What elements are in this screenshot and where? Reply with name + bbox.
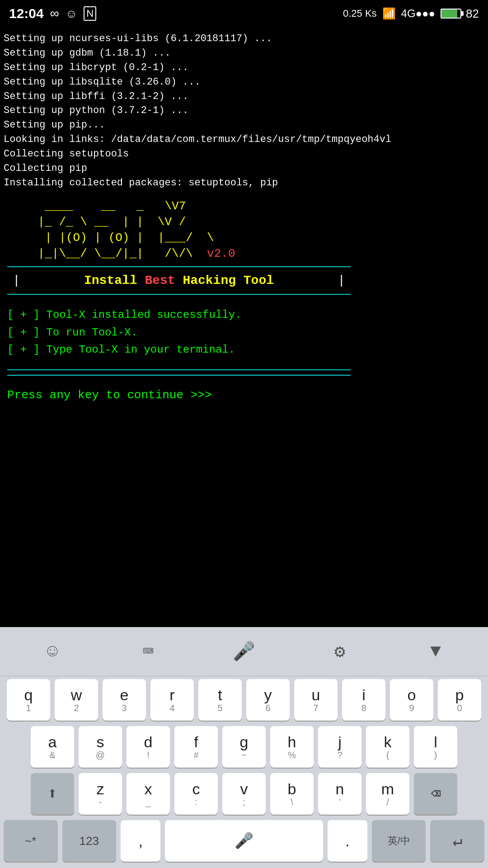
term-line-11: Installing collected packages: setuptool… <box>4 176 484 190</box>
bottom-divider-section <box>4 362 484 376</box>
press-any-key-text: Press any key to continue >>> <box>7 388 211 402</box>
mic-button-toolbar[interactable]: 🎤 <box>226 633 262 670</box>
key-x[interactable]: x_ <box>127 773 170 815</box>
speed-display: 0.25 Ks <box>343 8 377 19</box>
keyboard-row-1: q1 w2 e3 r4 t5 y6 u7 i8 o9 p0 <box>0 676 488 723</box>
key-h[interactable]: h% <box>270 726 314 768</box>
term-line-3: Setting up libcrypt (0.2-1) ... <box>4 61 484 75</box>
signal-icon: 4G●●● <box>401 7 436 20</box>
news-icon: N <box>84 6 96 21</box>
time-display: 12:04 <box>9 6 44 21</box>
press-key-section: Press any key to continue >>> <box>4 380 484 406</box>
pipe-right: | <box>332 274 351 288</box>
language-key[interactable]: 英/中 <box>372 820 426 862</box>
key-m[interactable]: m/ <box>366 773 409 815</box>
success-line-3: [ + ] Type Tool-X in your terminal. <box>7 341 481 359</box>
key-d[interactable]: d! <box>127 726 170 768</box>
bottom-divider <box>7 294 351 295</box>
term-line-5: Setting up libffi (3.2.1-2) ... <box>4 90 484 104</box>
top-divider <box>7 266 351 267</box>
ascii-line-3: | |(O) | (O) | |___/ \ <box>31 230 484 246</box>
term-line-2: Setting up gdbm (1.18.1) ... <box>4 46 484 61</box>
key-j[interactable]: j? <box>318 726 361 768</box>
special-chars-key[interactable]: ~* <box>4 820 58 862</box>
key-e[interactable]: e3 <box>103 679 146 721</box>
version-label: v2.0 <box>207 247 235 260</box>
enter-key[interactable]: ↵ <box>430 820 484 862</box>
ascii-line-1: ____ __ _ \V7 <box>31 198 484 214</box>
key-i[interactable]: i8 <box>342 679 385 721</box>
key-q[interactable]: q1 <box>7 679 50 721</box>
key-s[interactable]: s@ <box>79 726 122 768</box>
install-banner: | Install Best Hacking Tool | <box>7 272 351 289</box>
keyboard-button[interactable]: ⌨ <box>130 633 166 670</box>
key-v[interactable]: v; <box>222 773 266 815</box>
comma-key[interactable]: , <box>121 820 160 862</box>
term-line-7: Setting up pip... <box>4 118 484 132</box>
key-k[interactable]: k( <box>366 726 409 768</box>
divider-bottom-2 <box>7 375 351 376</box>
status-right: 0.25 Ks 📶 4G●●● 82 <box>343 7 479 21</box>
term-line-1: Setting up ncurses-ui-libs (6.1.20181117… <box>4 32 484 46</box>
face-icon: ☺ <box>66 7 78 21</box>
key-z[interactable]: z- <box>79 773 122 815</box>
divider-bottom-1 <box>7 369 351 370</box>
key-o[interactable]: o9 <box>390 679 433 721</box>
emoji-button[interactable]: ☺ <box>34 633 70 670</box>
keyboard-row-3: ⬆ z- x_ c: v; b\ n' m/ ⌫ <box>0 770 488 817</box>
term-line-4: Setting up libsqlite (3.26.0) ... <box>4 75 484 90</box>
term-line-8: Looking in links: /data/data/com.termux/… <box>4 132 484 147</box>
key-y[interactable]: y6 <box>246 679 290 721</box>
success-area: [ + ] Tool-X installed successfully. [ +… <box>4 299 484 362</box>
backspace-key[interactable]: ⌫ <box>414 773 457 815</box>
ascii-art-block: ____ __ _ \V7 |_ /_ \ __ | | \V / | |(O)… <box>31 198 484 262</box>
space-key[interactable]: 🎤 <box>165 820 323 862</box>
status-left: 12:04 ∞ ☺ N <box>9 6 96 21</box>
keyboard-toolbar: ☺ ⌨ 🎤 ⚙ ▼ <box>0 627 488 676</box>
term-line-9: Collecting setuptools <box>4 147 484 161</box>
ascii-line-4: |_|\__/ \__/|_| /\/\ v2.0 <box>31 246 484 262</box>
period-key[interactable]: . <box>328 820 367 862</box>
success-line-2: [ + ] To run Tool-X. <box>7 324 481 341</box>
banner-section: | Install Best Hacking Tool | <box>4 266 484 295</box>
key-u[interactable]: u7 <box>294 679 338 721</box>
battery-level: 82 <box>466 7 479 21</box>
wifi-icon: 📶 <box>382 7 396 20</box>
key-l[interactable]: l) <box>414 726 457 768</box>
key-f[interactable]: f# <box>174 726 218 768</box>
banner-highlight: Best <box>145 274 175 288</box>
terminal-area[interactable]: Setting up ncurses-ui-libs (6.1.20181117… <box>0 27 488 420</box>
keyboard-row-2: a& s@ d! f# g~ h% j? k( l) <box>0 723 488 770</box>
key-t[interactable]: t5 <box>198 679 242 721</box>
key-b[interactable]: b\ <box>270 773 314 815</box>
key-a[interactable]: a& <box>31 726 74 768</box>
key-p[interactable]: p0 <box>438 679 481 721</box>
numbers-key[interactable]: 123 <box>62 820 117 862</box>
ascii-line-2: |_ /_ \ __ | | \V / <box>31 214 484 230</box>
loop-icon: ∞ <box>50 6 59 21</box>
key-n[interactable]: n' <box>318 773 361 815</box>
keyboard-row-4: ~* 123 , 🎤 . 英/中 ↵ <box>0 817 488 864</box>
success-line-1: [ + ] Tool-X installed successfully. <box>7 307 481 324</box>
term-line-6: Setting up python (3.7.2-1) ... <box>4 104 484 118</box>
shift-key[interactable]: ⬆ <box>31 773 74 815</box>
status-bar: 12:04 ∞ ☺ N 0.25 Ks 📶 4G●●● 82 <box>0 0 488 27</box>
pipe-left: | <box>7 274 26 288</box>
settings-button[interactable]: ⚙ <box>322 633 358 670</box>
key-w[interactable]: w2 <box>55 679 98 721</box>
term-line-10: Collecting pip <box>4 161 484 176</box>
key-g[interactable]: g~ <box>222 726 266 768</box>
mic-icon-space: 🎤 <box>235 831 253 850</box>
keyboard: ☺ ⌨ 🎤 ⚙ ▼ q1 w2 e3 r4 t5 y6 u7 i8 o9 p0 … <box>0 627 488 868</box>
key-c[interactable]: c: <box>174 773 218 815</box>
collapse-button[interactable]: ▼ <box>418 633 454 670</box>
battery-indicator: 82 <box>441 7 479 21</box>
banner-text: Install Best Hacking Tool <box>26 274 332 288</box>
key-r[interactable]: r4 <box>150 679 194 721</box>
